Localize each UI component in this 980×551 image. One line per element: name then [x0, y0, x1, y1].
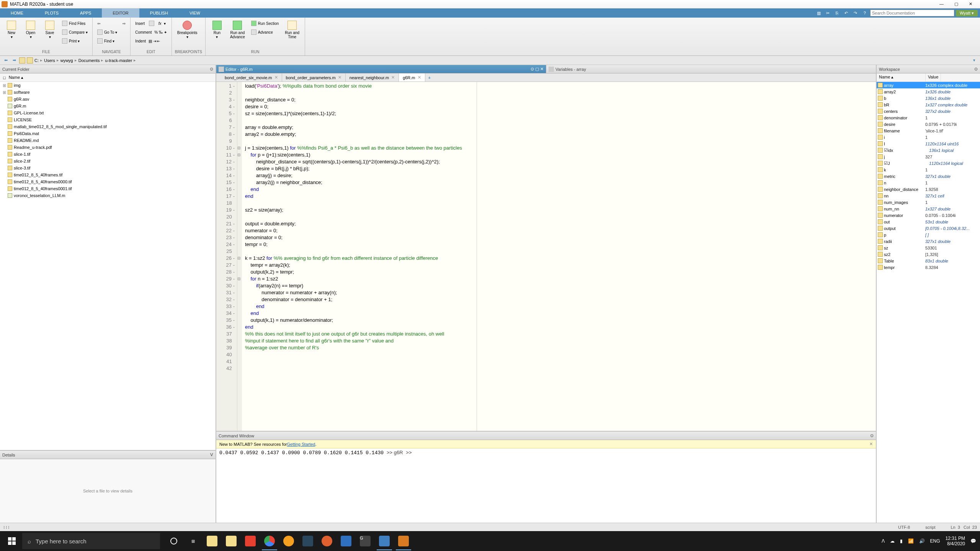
editor-tab[interactable]: g6R.m✕	[399, 73, 425, 82]
tray-wifi-icon[interactable]: 📶	[908, 538, 914, 544]
file-item[interactable]: slice-2.tif	[0, 158, 216, 165]
workspace-var[interactable]: j327	[877, 153, 980, 160]
taskbar-app-5[interactable]	[279, 532, 298, 550]
redo-icon[interactable]: ↷	[852, 9, 859, 17]
forward-button[interactable]: ➡	[11, 57, 18, 64]
code-editor[interactable]: 1 - 2 3 - 4 - 5 - 6 7 - 8 - 9 10 - 11 - …	[216, 82, 876, 431]
file-item[interactable]: voronoi_tesselation_LLM.m	[0, 192, 216, 199]
indent-button[interactable]: Indent ▤ ⇥ ⇤	[134, 37, 168, 45]
file-item[interactable]: README.md	[0, 137, 216, 144]
file-item[interactable]: GPL-License.txt	[0, 109, 216, 116]
taskbar-app-3[interactable]	[241, 532, 260, 550]
file-item[interactable]: LICENSE	[0, 116, 216, 123]
tab-close-icon[interactable]: ✕	[338, 75, 341, 80]
file-item[interactable]: g6R.asv	[0, 96, 216, 103]
workspace-var[interactable]: ☑idx136x1 logical	[877, 147, 980, 153]
taskbar-app-10[interactable]	[375, 532, 394, 550]
taskbar-app-explorer[interactable]	[203, 532, 221, 550]
file-item[interactable]: Psi6Data.mat	[0, 130, 216, 137]
tab-view[interactable]: VIEW	[179, 8, 211, 18]
start-button[interactable]	[2, 532, 22, 550]
workspace-var[interactable]: b136x1 double	[877, 95, 980, 101]
comment-button[interactable]: Comment % ‰ ✦	[134, 28, 168, 36]
tab-editor[interactable]: EDITOR	[102, 8, 139, 18]
compare-button[interactable]: Compare ▾	[60, 28, 89, 36]
workspace-var[interactable]: p[ ]	[877, 231, 980, 238]
file-item[interactable]: ⊞software	[0, 89, 216, 96]
workspace-var[interactable]: ☑J1120x1164 logical	[877, 160, 980, 166]
find-button[interactable]: Find ▾	[96, 37, 119, 45]
workspace-var[interactable]: n1	[877, 179, 980, 186]
maximize-button[interactable]: ▢	[951, 1, 961, 7]
workspace-var[interactable]: num_images1	[877, 199, 980, 205]
taskbar-app-8[interactable]	[337, 532, 355, 550]
file-item[interactable]: ⊞img	[0, 82, 216, 89]
workspace-header[interactable]: Workspace⊙	[877, 65, 980, 73]
file-item[interactable]: slice-1.tif	[0, 151, 216, 158]
command-window[interactable]: 0.0437 0.0592 0.1437 0.0900 0.0789 0.162…	[216, 448, 876, 523]
editor-tab[interactable]: bond_order_parameters.m✕	[282, 73, 346, 82]
file-item[interactable]: matlab_time012_8_5_mod_single_manipulate…	[0, 123, 216, 130]
tab-close-icon[interactable]: ✕	[274, 75, 278, 80]
tab-close-icon[interactable]: ✕	[418, 75, 421, 80]
breadcrumb-item[interactable]: wywyg	[60, 58, 73, 63]
breakpoints-button[interactable]: Breakpoints▾	[175, 19, 200, 41]
taskbar-app-7[interactable]	[318, 532, 336, 550]
cortana-icon[interactable]	[165, 532, 183, 550]
workspace-var[interactable]: output[0.0705 - 0.1004i,8.32...	[877, 225, 980, 231]
command-window-header[interactable]: Command Window⊙	[216, 432, 876, 440]
folder-icon[interactable]	[19, 57, 25, 64]
task-view-icon[interactable]: ⊞	[184, 532, 202, 550]
breadcrumb-item[interactable]: u-track-master	[105, 58, 132, 63]
workspace-var[interactable]: i1	[877, 134, 980, 140]
tab-publish[interactable]: PUBLISH	[139, 8, 179, 18]
workspace-var[interactable]: centers327x2 double	[877, 108, 980, 114]
editor-header[interactable]: Editor - g6R.m⊙ ▢ ✕	[216, 65, 546, 73]
workspace-var[interactable]: denominator1	[877, 114, 980, 121]
breadcrumb-item[interactable]: Documents	[78, 58, 100, 63]
file-item[interactable]: time012_8_5_40frames.tif	[0, 171, 216, 178]
workspace-var[interactable]: I1120x1164 uint16	[877, 140, 980, 147]
copy-icon[interactable]: ⎘	[833, 9, 841, 17]
folder-column-header[interactable]: □ Name ▴	[0, 73, 216, 82]
workspace-var[interactable]: nn327x1 cell	[877, 192, 980, 199]
cut-icon[interactable]: ✂	[824, 9, 832, 17]
workspace-var[interactable]: filename'slice-1.tif'	[877, 127, 980, 134]
workspace-var[interactable]: sz2[1,326]	[877, 251, 980, 258]
path-dropdown[interactable]: ▾	[971, 57, 978, 64]
workspace-var[interactable]: k1	[877, 166, 980, 173]
workspace-var[interactable]: metric327x1 double	[877, 173, 980, 179]
tab-apps[interactable]: APPS	[69, 8, 102, 18]
undo-icon[interactable]: ↶	[843, 9, 850, 17]
save-button[interactable]: Save▾	[41, 19, 58, 41]
workspace-var[interactable]: num_nn1x327 double	[877, 205, 980, 212]
tray-battery-icon[interactable]: ▮	[900, 538, 903, 544]
file-item[interactable]: time012_8_5_40frames0001.tif	[0, 185, 216, 192]
file-item[interactable]: time012_8_5_40frames0000.tif	[0, 178, 216, 185]
up-folder-icon[interactable]	[27, 57, 33, 64]
tray-clock[interactable]: 12:31 PM8/4/2020	[946, 536, 965, 547]
workspace-var[interactable]: Table83x1 double	[877, 258, 980, 264]
user-badge[interactable]: Wyatt ▾	[956, 10, 978, 16]
tab-close-icon[interactable]: ✕	[391, 75, 395, 80]
variables-header[interactable]: Variables - array	[546, 65, 876, 73]
nav-arrow-right[interactable]: ⇨	[121, 19, 127, 28]
workspace-columns[interactable]: Name ▴Value	[877, 73, 980, 82]
file-list[interactable]: ⊞img⊞softwareg6R.asvg6R.mGPL-License.txt…	[0, 82, 216, 450]
hint-close-button[interactable]: ✕	[869, 442, 873, 447]
tab-home[interactable]: HOME	[0, 8, 34, 18]
taskbar-search[interactable]: ⌕ Type here to search	[22, 533, 160, 549]
minimize-button[interactable]: —	[936, 1, 947, 7]
insert-button[interactable]: Insert fx ▾	[134, 19, 168, 28]
taskbar-app-9[interactable]: G	[356, 532, 374, 550]
breadcrumb-item[interactable]: C:	[34, 58, 39, 63]
layout-icon[interactable]: ▥	[815, 9, 823, 17]
open-button[interactable]: Open▾	[22, 19, 39, 41]
advance-button[interactable]: Advance	[250, 28, 280, 36]
run-button[interactable]: Run▾	[209, 19, 225, 41]
add-tab-button[interactable]: +	[425, 73, 434, 82]
taskbar-app-matlab[interactable]	[394, 532, 413, 550]
tray-onedrive-icon[interactable]: ☁	[890, 538, 895, 544]
run-section-button[interactable]: Run Section	[250, 19, 280, 28]
tray-chevron-icon[interactable]: ᐱ	[882, 538, 885, 544]
